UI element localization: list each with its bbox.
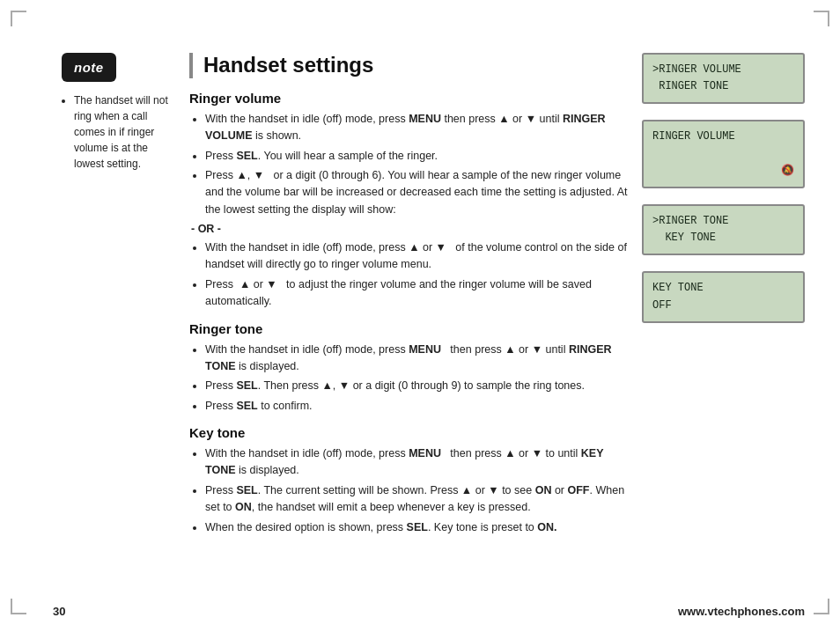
note-badge: note	[62, 53, 116, 82]
ringer-tone-item-2: Press SEL. Then press ▲, ▼ or a digit (0…	[205, 378, 629, 394]
corner-mark-br	[814, 599, 829, 614]
corner-mark-tr	[814, 11, 829, 26]
lcd-ringer-volume-menu-line2: RINGER TONE	[652, 78, 794, 95]
ringer-tone-list: With the handset in idle (off) mode, pre…	[189, 342, 629, 415]
ringer-volume-item-2: Press SEL. You will hear a sample of the…	[205, 148, 629, 165]
ringer-volume-or-item-1: With the handset in idle (off) mode, pre…	[205, 239, 629, 274]
lcd-key-tone-display-line1: KEY TONE	[652, 280, 794, 297]
ringer-volume-or-item-2: Press ▲ or ▼ to adjust the ringer volume…	[205, 276, 629, 311]
ringer-volume-title: Ringer volume	[189, 91, 629, 106]
lcd-ringer-volume-display: RINGER VOLUME 🔕	[642, 120, 805, 188]
page-number: 30	[53, 605, 65, 618]
key-tone-title: Key tone	[189, 425, 629, 440]
ringer-volume-or-list: With the handset in idle (off) mode, pre…	[189, 239, 629, 311]
ringer-volume-list: With the handset in idle (off) mode, pre…	[189, 111, 629, 218]
lcd-ringer-tone-menu-line1: >RINGER TONE	[652, 213, 794, 230]
sidebar-note-text: The handset will not ring when a call co…	[53, 92, 181, 172]
section-key-tone: Key tone With the handset in idle (off) …	[189, 425, 629, 536]
corner-mark-bl	[11, 599, 26, 614]
lcd-ringer-volume-display-line1: RINGER VOLUME	[652, 129, 794, 145]
sidebar-note-item: The handset will not ring when a call co…	[74, 92, 181, 172]
section-ringer-volume: Ringer volume With the handset in idle (…	[189, 91, 629, 311]
page-title: Handset settings	[189, 53, 629, 78]
ringer-volume-item-1: With the handset in idle (off) mode, pre…	[205, 111, 629, 145]
website-url: www.vtechphones.com	[678, 605, 805, 618]
lcd-ringer-volume-menu-line1: >RINGER VOLUME	[652, 62, 794, 78]
key-tone-item-3: When the desired option is shown, press …	[205, 519, 629, 536]
lcd-ringer-volume-bell: 🔕	[652, 163, 794, 180]
sidebar: note The handset will not ring when a ca…	[53, 53, 181, 172]
lcd-ringer-volume-menu: >RINGER VOLUME RINGER TONE	[642, 53, 805, 104]
lcd-key-tone-display: KEY TONE OFF	[642, 271, 805, 322]
key-tone-item-2: Press SEL. The current setting will be s…	[205, 482, 629, 517]
main-content: Handset settings Ringer volume With the …	[189, 53, 629, 590]
lcd-ringer-volume-display-line2	[652, 146, 794, 163]
or-divider: - OR -	[189, 223, 629, 235]
key-tone-item-1: With the handset in idle (off) mode, pre…	[205, 445, 629, 480]
ringer-tone-item-1: With the handset in idle (off) mode, pre…	[205, 342, 629, 376]
ringer-tone-item-3: Press SEL to confirm.	[205, 398, 629, 415]
lcd-ringer-tone-menu: >RINGER TONE KEY TONE	[642, 204, 805, 255]
page-footer: 30 www.vtechphones.com	[53, 605, 805, 618]
section-ringer-tone: Ringer tone With the handset in idle (of…	[189, 321, 629, 415]
note-label: note	[74, 60, 104, 75]
lcd-key-tone-display-line2: OFF	[652, 298, 794, 314]
right-panel: >RINGER VOLUME RINGER TONE RINGER VOLUME…	[642, 53, 805, 339]
corner-mark-tl	[11, 11, 26, 26]
ringer-volume-item-3: Press ▲, ▼ or a digit (0 through 6). You…	[205, 167, 629, 218]
lcd-ringer-tone-menu-line2: KEY TONE	[652, 230, 794, 246]
ringer-tone-title: Ringer tone	[189, 321, 629, 336]
key-tone-list: With the handset in idle (off) mode, pre…	[189, 445, 629, 536]
